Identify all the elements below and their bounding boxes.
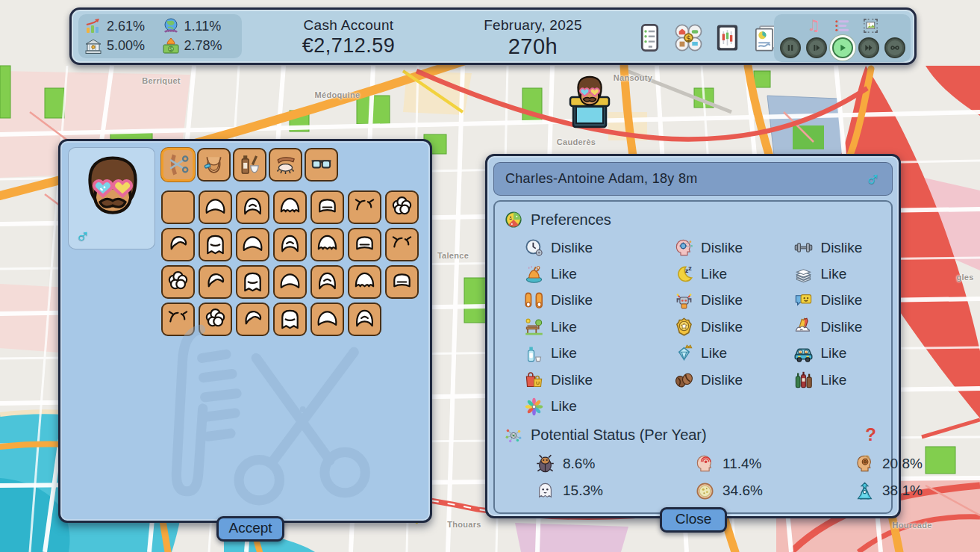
- screenshot-button[interactable]: [862, 17, 879, 34]
- player-map-marker[interactable]: [567, 73, 612, 130]
- tab-hair-dye[interactable]: [233, 148, 266, 182]
- help-button[interactable]: ?: [865, 424, 876, 445]
- hair-style-wavy[interactable]: [273, 190, 307, 224]
- preferences-list: DislikeLikeDislikeLikeLikeDislikeLikeDis…: [504, 235, 882, 420]
- event-log-button[interactable]: [834, 17, 851, 34]
- preferences-section-header: Preferences: [504, 210, 882, 229]
- assets-icon: $: [673, 22, 704, 53]
- preference-law: Dislike: [674, 314, 793, 340]
- current-month: February, 2025: [443, 17, 622, 34]
- hair-style-spiky[interactable]: [236, 228, 269, 261]
- economy-stats: 2.61%1.11%5.00%$2.78%: [78, 14, 242, 58]
- pause-button[interactable]: [780, 37, 801, 58]
- preference-value: Dislike: [551, 292, 593, 308]
- status-value: 11.4%: [722, 456, 761, 472]
- preference-flowers: Like: [524, 393, 674, 419]
- hair-style-frizzy[interactable]: [348, 265, 381, 299]
- luxury-icon: [674, 344, 694, 364]
- status-value: 20.8%: [882, 456, 923, 472]
- preference-cars: Like: [793, 341, 882, 367]
- preferences-icon: [504, 210, 523, 229]
- hair-style-bouffant[interactable]: [385, 265, 419, 299]
- tab-beard[interactable]: [197, 148, 231, 182]
- hair-style-round-split[interactable]: [199, 228, 232, 261]
- preference-coffee: Dislike: [674, 367, 793, 393]
- preference-outdoors: Like: [524, 314, 674, 340]
- preference-psychology: Dislike: [674, 235, 793, 261]
- preference-value: Dislike: [820, 319, 862, 335]
- slippers-icon: [524, 291, 544, 311]
- map-label: Cauderès: [557, 137, 596, 146]
- hair-style-flat-top[interactable]: [310, 190, 344, 224]
- status-value: 38.1%: [882, 483, 923, 499]
- status-haunting: 15.3%: [535, 477, 695, 505]
- preference-value: Like: [551, 345, 577, 362]
- hair-style-thin-wisps[interactable]: [348, 190, 381, 224]
- music-button[interactable]: ♫: [805, 17, 823, 34]
- hair-style-comb-over[interactable]: [385, 228, 419, 261]
- play-button[interactable]: [832, 37, 853, 58]
- status-infestation: 8.6%: [535, 450, 695, 478]
- play-slow-button[interactable]: [806, 37, 827, 58]
- world-economy-icon: [162, 17, 180, 35]
- reading-icon: [793, 264, 814, 285]
- addiction-icon: [855, 453, 875, 474]
- map-label: Talence: [437, 251, 469, 260]
- map-label: gles: [956, 273, 973, 282]
- accept-button[interactable]: Accept: [216, 516, 284, 542]
- event-log-icon: [834, 17, 851, 34]
- tasks-phone-icon: [634, 22, 665, 53]
- profile-header: Charles-Antoine Adam, 18y 8m ♂: [493, 162, 893, 196]
- preference-column: DislikeLikeDislikeDislikeLikeLike: [793, 235, 882, 420]
- status-list: 8.6%11.4%20.8%15.3%34.6%38.1%: [504, 450, 882, 505]
- mental-illness-icon: [695, 453, 715, 474]
- hair-style-pigtails[interactable]: [273, 265, 307, 299]
- tab-eyebrows[interactable]: [269, 148, 302, 182]
- hair-style-side-part[interactable]: [273, 228, 307, 261]
- hair-style-wave-fringe[interactable]: [310, 228, 344, 261]
- tab-haircut[interactable]: [161, 148, 195, 182]
- hair-style-double-curl[interactable]: [199, 265, 232, 299]
- preferences-title: Preferences: [531, 211, 611, 229]
- potential-status-icon: [504, 426, 523, 445]
- preference-value: Like: [820, 345, 846, 362]
- hair-style-tuft[interactable]: [348, 228, 381, 261]
- close-button[interactable]: Close: [660, 507, 727, 533]
- map-label: Berriquet: [142, 76, 181, 85]
- fitness-icon: [793, 238, 814, 258]
- hair-style-curly[interactable]: [385, 190, 419, 224]
- assets-button[interactable]: $: [672, 22, 705, 54]
- hair-style-round[interactable]: [236, 190, 269, 224]
- playback-controls: [780, 37, 905, 58]
- hair-style-m-fringe[interactable]: [236, 265, 269, 299]
- alcohol-icon: [793, 370, 814, 390]
- svg-text:♫: ♫: [807, 17, 820, 34]
- preference-sleep: zZLike: [674, 261, 793, 287]
- flowers-icon: [524, 397, 544, 417]
- hair-style-afro[interactable]: [310, 265, 344, 299]
- fast-forward-button[interactable]: [858, 37, 879, 58]
- hair-style-curly-sides[interactable]: [161, 265, 195, 299]
- male-icon: ♂: [865, 167, 881, 190]
- game-screen: BerriquetMédoquineNansoutyCauderèsTalenc…: [0, 0, 980, 552]
- cash-account-amount: €2,712.59: [260, 34, 437, 58]
- bank-stat: 5.00%: [84, 37, 159, 57]
- preference-value: Dislike: [551, 240, 593, 256]
- map-label: Hourcade: [892, 521, 931, 530]
- hair-style-fluffy[interactable]: [199, 190, 232, 224]
- work-time-icon: [524, 238, 544, 258]
- preference-value: Like: [551, 266, 577, 282]
- chatting-icon: [793, 291, 814, 311]
- hair-style-none[interactable]: [161, 190, 195, 224]
- date-block: February, 2025 270h: [443, 17, 622, 59]
- map-label: Nansouty: [614, 73, 653, 82]
- stock-market-button[interactable]: [711, 22, 743, 54]
- max-speed-button[interactable]: [884, 37, 905, 58]
- preference-value: Like: [820, 372, 846, 388]
- character-name: Charles-Antoine Adam, 18y 8m: [505, 171, 698, 187]
- tasks-phone-button[interactable]: [634, 22, 666, 54]
- cars-icon: [793, 344, 814, 364]
- hair-style-side-sweep[interactable]: [161, 228, 195, 261]
- tab-glasses[interactable]: [305, 148, 338, 182]
- preference-value: Like: [701, 345, 727, 362]
